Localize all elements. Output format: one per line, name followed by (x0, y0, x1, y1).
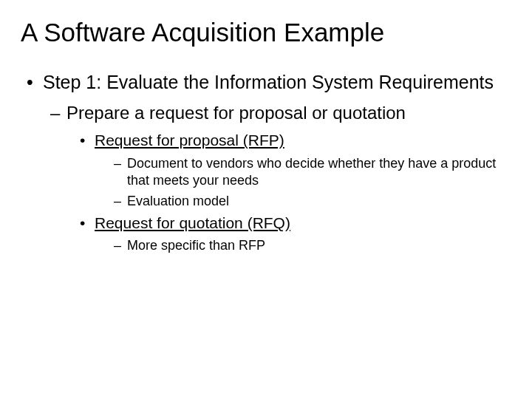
bullet-dot: • (80, 130, 95, 150)
bullet-text: Request for quotation (RFQ) (95, 214, 290, 231)
dash-icon: – (114, 237, 127, 254)
dash-icon: – (114, 193, 127, 210)
dash-icon: – (114, 155, 127, 172)
bullet-dot: • (80, 213, 95, 233)
bullet-level4-eval: –Evaluation model (114, 193, 511, 210)
bullet-text: Document to vendors who decide whether t… (127, 155, 501, 190)
bullet-level3-rfp: •Request for proposal (RFP) (80, 130, 511, 150)
bullet-level4-rfp-desc: –Document to vendors who decide whether … (114, 155, 511, 190)
bullet-level2: –Prepare a request for proposal or quota… (50, 101, 511, 124)
bullet-text: More specific than RFP (127, 237, 501, 254)
bullet-level4-rfq-desc: –More specific than RFP (114, 237, 511, 254)
bullet-level1: •Step 1: Evaluate the Information System… (27, 71, 511, 94)
bullet-text: Step 1: Evaluate the Information System … (43, 72, 494, 92)
bullet-text: Request for proposal (RFP) (95, 132, 284, 149)
slide-title: A Software Acquisition Example (21, 18, 511, 47)
bullet-text: Evaluation model (127, 193, 501, 210)
bullet-level3-rfq: •Request for quotation (RFQ) (80, 213, 511, 233)
bullet-dot: • (27, 71, 43, 94)
dash-icon: – (50, 101, 66, 124)
bullet-text: Prepare a request for proposal or quotat… (66, 103, 406, 123)
